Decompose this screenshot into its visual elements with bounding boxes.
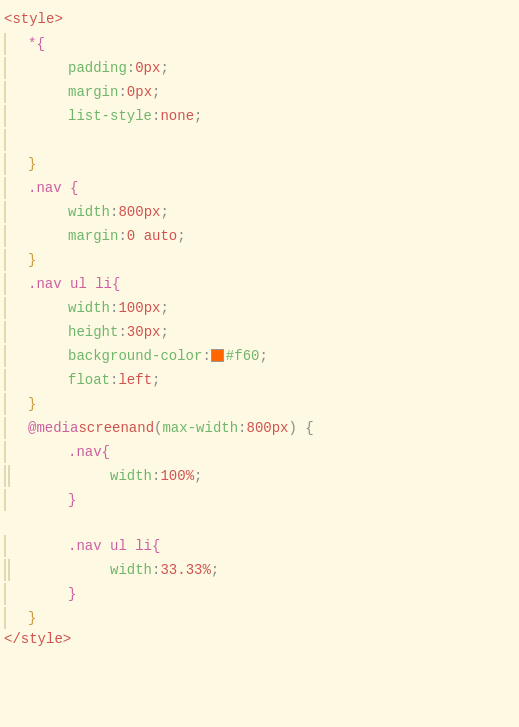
prop-nav-width: width bbox=[68, 204, 110, 220]
line-26: } bbox=[0, 606, 519, 630]
line-13: width:100px; bbox=[0, 296, 519, 320]
line-18: @media screen and (max-width:800px) { bbox=[0, 416, 519, 440]
line-8: .nav { bbox=[0, 176, 519, 200]
val-margin: 0px bbox=[127, 84, 152, 100]
selector-nav: .nav { bbox=[28, 180, 78, 196]
color-swatch bbox=[211, 349, 224, 362]
val-float: left bbox=[118, 372, 152, 388]
val-bg-color: #f60 bbox=[226, 348, 260, 364]
prop-bg-color: background-color bbox=[68, 348, 202, 364]
style-close-tag: </style> bbox=[4, 631, 71, 647]
prop-li-width: width bbox=[68, 300, 110, 316]
val-padding: 0px bbox=[135, 60, 160, 76]
media-val: 800px bbox=[247, 420, 289, 436]
line-23: .nav ul li{ bbox=[0, 534, 519, 558]
selector-nav-ul-li: .nav ul li{ bbox=[28, 276, 120, 292]
line-15: background-color: #f60; bbox=[0, 344, 519, 368]
val-list-style: none bbox=[160, 108, 194, 124]
brace-close-nav: } bbox=[28, 252, 36, 268]
line-2: *{ bbox=[0, 32, 519, 56]
prop-list-style: list-style bbox=[68, 108, 152, 124]
media-li-prop-width: width bbox=[110, 562, 152, 578]
line-20: width:100%; bbox=[0, 464, 519, 488]
style-open-tag: <style> bbox=[4, 11, 63, 27]
val-nav-margin: 0 auto bbox=[127, 228, 177, 244]
val-nav-width: 800px bbox=[118, 204, 160, 220]
brace-close-star: } bbox=[28, 156, 36, 172]
media-keyword: @media bbox=[28, 420, 78, 436]
line-10: margin: 0 auto; bbox=[0, 224, 519, 248]
line-4: margin:0px; bbox=[0, 80, 519, 104]
media-prop: max-width bbox=[162, 420, 238, 436]
line-3: padding:0px; bbox=[0, 56, 519, 80]
line-7: } bbox=[0, 152, 519, 176]
brace-close-media: } bbox=[28, 610, 36, 626]
media-selector-nav: .nav{ bbox=[68, 444, 110, 460]
media-prop-width: width bbox=[110, 468, 152, 484]
line-14: height:30px; bbox=[0, 320, 519, 344]
line-17: } bbox=[0, 392, 519, 416]
line-22 bbox=[0, 512, 519, 534]
line-1: <style> bbox=[0, 10, 519, 32]
media-li-val-width: 33.33% bbox=[160, 562, 210, 578]
media-screen: screen bbox=[78, 420, 128, 436]
prop-margin: margin bbox=[68, 84, 118, 100]
prop-li-height: height bbox=[68, 324, 118, 340]
line-25: } bbox=[0, 582, 519, 606]
line-21: } bbox=[0, 488, 519, 512]
line-12: .nav ul li{ bbox=[0, 272, 519, 296]
val-li-height: 30px bbox=[127, 324, 161, 340]
prop-nav-margin: margin bbox=[68, 228, 118, 244]
code-editor: <style> *{ padding:0px; margin:0px; list bbox=[0, 0, 519, 727]
prop-padding: padding bbox=[68, 60, 127, 76]
line-5: list-style: none; bbox=[0, 104, 519, 128]
line-27: </style> bbox=[0, 630, 519, 652]
prop-float: float bbox=[68, 372, 110, 388]
brace-close-media-nav: } bbox=[68, 492, 76, 508]
selector-star: *{ bbox=[28, 36, 45, 52]
media-selector-li: .nav ul li{ bbox=[68, 538, 160, 554]
line-11: } bbox=[0, 248, 519, 272]
brace-close-media-li: } bbox=[68, 586, 76, 602]
media-and: and bbox=[129, 420, 154, 436]
val-li-width: 100px bbox=[118, 300, 160, 316]
line-24: width:33.33%; bbox=[0, 558, 519, 582]
line-19: .nav{ bbox=[0, 440, 519, 464]
line-16: float: left; bbox=[0, 368, 519, 392]
line-6 bbox=[0, 128, 519, 152]
line-9: width:800px; bbox=[0, 200, 519, 224]
media-val-width: 100% bbox=[160, 468, 194, 484]
brace-close-li: } bbox=[28, 396, 36, 412]
